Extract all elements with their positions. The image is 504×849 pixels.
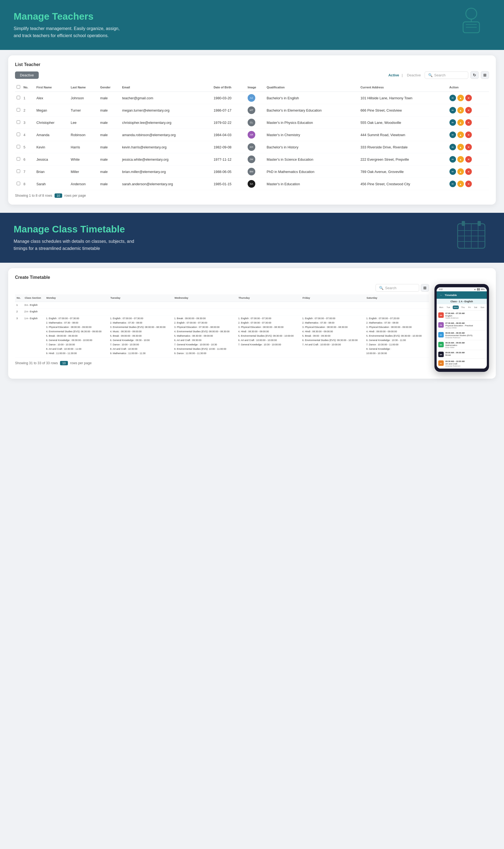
mobile-days-row: MonTueWedThuFriSatSun bbox=[437, 304, 487, 311]
delete-button[interactable]: ✕ bbox=[465, 119, 472, 126]
inactive-link[interactable]: Deactive bbox=[407, 73, 421, 77]
cell-dob: 1988-06-05 bbox=[212, 165, 246, 178]
mobile-day-tue[interactable]: Tue bbox=[446, 305, 451, 309]
per-page-label: rows per page bbox=[65, 194, 86, 197]
subject-icon: PE bbox=[438, 322, 444, 328]
cell-lastname: Lee bbox=[69, 117, 98, 129]
edit-button[interactable]: ✏ bbox=[449, 119, 456, 126]
subject-icon: BR bbox=[438, 352, 444, 357]
cell-address: 222 Evergreen Street, Prepville bbox=[359, 153, 448, 165]
tt-cell-class: 1 A - English bbox=[23, 315, 45, 358]
tt-cell-class: 3 A - English bbox=[23, 302, 45, 308]
row-checkbox[interactable] bbox=[17, 145, 20, 148]
tt-cell-fri bbox=[301, 308, 365, 315]
per-page-value[interactable]: 10 bbox=[55, 193, 62, 198]
tt-cell-thu bbox=[237, 302, 301, 308]
cell-qualification: Bachelor's in Elementary Education bbox=[265, 104, 359, 117]
mobile-day-thu[interactable]: Thu bbox=[461, 305, 466, 309]
row-checkbox[interactable] bbox=[17, 182, 20, 185]
mobile-day-mon[interactable]: Mon bbox=[438, 305, 444, 309]
delete-button[interactable]: ✕ bbox=[465, 144, 472, 150]
warn-button[interactable]: ▲ bbox=[457, 181, 464, 187]
edit-button[interactable]: ✏ bbox=[449, 95, 456, 101]
delete-button[interactable]: ✕ bbox=[465, 95, 472, 101]
tt-cell-mon: 1. English : 07:00:00 - 07:30:002. Mathe… bbox=[45, 315, 109, 358]
edit-button[interactable]: ✏ bbox=[449, 156, 456, 163]
row-checkbox[interactable] bbox=[17, 120, 20, 124]
cell-dob: 1986-07-17 bbox=[212, 104, 246, 117]
subject-name: Art and Craft bbox=[445, 362, 485, 365]
edit-button[interactable]: ✏ bbox=[449, 144, 456, 150]
mobile-day-wed[interactable]: Wed bbox=[453, 305, 459, 309]
cell-dob: 1979-02-22 bbox=[212, 117, 246, 129]
pagination-info: Showing 1 to 8 of 8 rows 10 rows per pag… bbox=[15, 193, 489, 198]
tt-grid-button[interactable]: ⊞ bbox=[421, 284, 429, 291]
warn-button[interactable]: ▲ bbox=[457, 119, 464, 126]
delete-button[interactable]: ✕ bbox=[465, 131, 472, 138]
cell-image: SA bbox=[246, 178, 265, 190]
cell-action: ✏ ▲ ✕ bbox=[448, 117, 489, 129]
subject-name: Environmental Studies (EVS) bbox=[445, 334, 485, 337]
tt-cell-mon bbox=[45, 308, 109, 315]
cell-email: christopher.lee@elementary.org bbox=[121, 117, 212, 129]
teacher-name: Sarah Anderson bbox=[445, 317, 485, 319]
mobile-day-sun[interactable]: Sun bbox=[480, 305, 485, 309]
cell-qualification: Bachelor's in History bbox=[265, 141, 359, 153]
tt-col-mon: Monday bbox=[45, 294, 109, 302]
mobile-day-sat[interactable]: Sat bbox=[473, 305, 478, 309]
row-checkbox[interactable] bbox=[17, 170, 20, 173]
warn-button[interactable]: ▲ bbox=[457, 156, 464, 163]
refresh-button[interactable]: ↻ bbox=[470, 71, 479, 79]
schedule-text: 09:00 AM – 09:30 AM Break bbox=[445, 351, 485, 356]
cell-image: BM bbox=[246, 165, 265, 178]
tt-table-row: 2 2 A - English bbox=[15, 308, 429, 315]
row-checkbox[interactable] bbox=[17, 157, 20, 161]
delete-button[interactable]: ✕ bbox=[465, 168, 472, 175]
tt-cell-tue bbox=[109, 308, 173, 315]
delete-button[interactable]: ✕ bbox=[465, 181, 472, 187]
tt-col-no: No. bbox=[15, 294, 23, 302]
search-box[interactable]: 🔍 Search bbox=[425, 71, 468, 79]
cell-action: ✏ ▲ ✕ bbox=[448, 92, 489, 104]
warn-button[interactable]: ▲ bbox=[457, 95, 464, 101]
warn-button[interactable]: ▲ bbox=[457, 107, 464, 113]
delete-button[interactable]: ✕ bbox=[465, 156, 472, 163]
warn-button[interactable]: ▲ bbox=[457, 144, 464, 150]
active-link[interactable]: Active bbox=[389, 73, 399, 77]
warn-button[interactable]: ▲ bbox=[457, 131, 464, 138]
table-row: 7 Brian Miller male brian.miller@element… bbox=[15, 165, 489, 178]
cell-no: 7 bbox=[22, 165, 35, 178]
mobile-back-icon[interactable]: ← bbox=[440, 294, 443, 297]
cell-firstname: Jessica bbox=[35, 153, 69, 165]
grid-button[interactable]: ⊞ bbox=[481, 71, 489, 79]
edit-button[interactable]: ✏ bbox=[449, 168, 456, 175]
row-checkbox[interactable] bbox=[17, 96, 20, 99]
edit-button[interactable]: ✏ bbox=[449, 131, 456, 138]
cell-image: JW bbox=[246, 153, 265, 165]
cell-address: 101 Hillside Lane, Harmony Town bbox=[359, 92, 448, 104]
row-checkbox[interactable] bbox=[17, 132, 20, 136]
action-buttons: ✏ ▲ ✕ bbox=[449, 131, 487, 138]
deactive-button[interactable]: Deactive bbox=[15, 71, 39, 79]
timetable-hero-title: Manage Class Timetable bbox=[14, 224, 490, 235]
tt-search-box[interactable]: 🔍 Search bbox=[376, 284, 419, 291]
delete-button[interactable]: ✕ bbox=[465, 107, 472, 113]
select-all-checkbox[interactable] bbox=[17, 85, 20, 89]
col-address: Current Address bbox=[359, 83, 448, 92]
edit-button[interactable]: ✏ bbox=[449, 181, 456, 187]
mobile-day-fri[interactable]: Fri bbox=[467, 305, 471, 309]
tt-per-page-value[interactable]: 10 bbox=[60, 361, 68, 365]
edit-button[interactable]: ✏ bbox=[449, 107, 456, 113]
toolbar-right: Active | Deactive 🔍 Search ↻ ⊞ bbox=[389, 71, 489, 79]
time-range: 08:00 AM – 08:30 AM bbox=[445, 332, 485, 334]
avatar: CL bbox=[248, 119, 255, 126]
cell-firstname: Amanda bbox=[35, 129, 69, 141]
cell-address: 666 Pine Street, Crestview bbox=[359, 104, 448, 117]
tt-cell-fri: 1. English : 07:00:00 - 07:00:002. Mathe… bbox=[301, 315, 365, 358]
warn-button[interactable]: ▲ bbox=[457, 168, 464, 175]
teacher-list-toolbar: Deactive Active | Deactive 🔍 Search ↻ ⊞ bbox=[15, 71, 489, 79]
subject-name: English bbox=[445, 315, 485, 317]
row-checkbox[interactable] bbox=[17, 108, 20, 111]
cell-gender: male bbox=[98, 104, 121, 117]
col-firstname: First Name bbox=[35, 83, 69, 92]
